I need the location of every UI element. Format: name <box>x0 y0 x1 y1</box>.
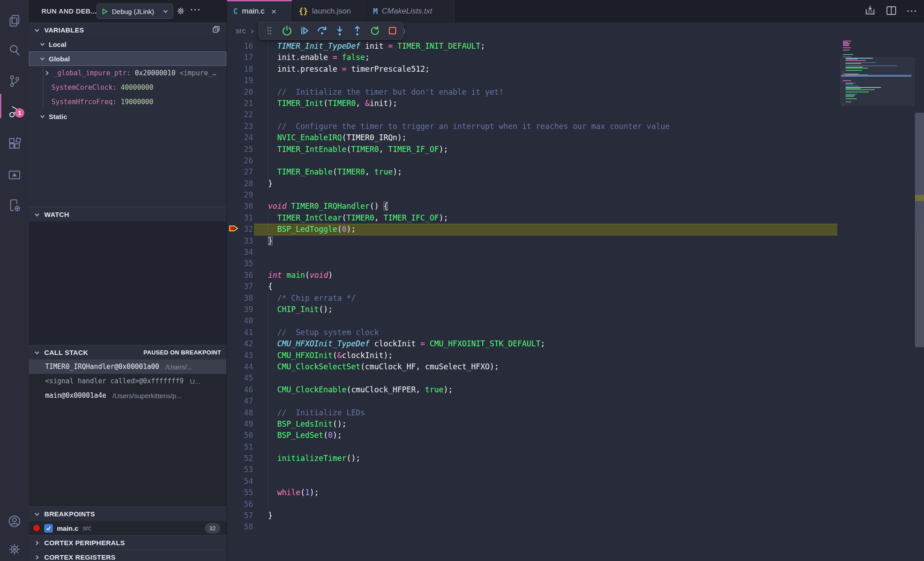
code-line[interactable]: 58 <box>227 521 924 533</box>
line-number[interactable]: 50 <box>227 430 253 441</box>
code-line[interactable]: 40 <box>227 315 924 326</box>
line-number[interactable]: 46 <box>227 384 253 395</box>
line-number[interactable]: 33 <box>227 235 253 247</box>
variable-row[interactable]: _global_impure_ptr: 0x20000010 <impure_… <box>29 66 226 80</box>
chevron-right-icon[interactable] <box>44 70 50 76</box>
line-number[interactable]: 41 <box>227 327 253 338</box>
line-number[interactable]: 55 <box>227 487 253 498</box>
code-line[interactable]: 30void TIMER0_IRQHandler() { <box>227 201 924 212</box>
code-line[interactable]: 27 TIMER_Enable(TIMER0, true); <box>227 166 924 178</box>
line-number[interactable]: 28 <box>227 178 253 189</box>
collapse-all-icon[interactable] <box>212 25 220 35</box>
line-number[interactable]: 35 <box>227 258 253 269</box>
run-debug-icon[interactable] <box>0 99 29 124</box>
code-line[interactable]: 52 initializeTimer(); <box>227 453 924 464</box>
breakpoint-row[interactable]: main.c src 32 <box>29 521 226 535</box>
line-number[interactable]: 27 <box>227 166 253 178</box>
line-number[interactable]: 48 <box>227 407 253 418</box>
power-button[interactable] <box>281 25 293 37</box>
line-number[interactable]: 49 <box>227 418 253 430</box>
search-icon[interactable] <box>0 37 29 63</box>
line-number[interactable]: 31 <box>227 212 253 224</box>
line-number[interactable]: 58 <box>227 521 253 533</box>
line-number[interactable]: 52 <box>227 453 253 464</box>
code-line[interactable]: 47 <box>227 395 924 407</box>
explorer-icon[interactable] <box>0 8 29 33</box>
callstack-frame[interactable]: <signal handler called>@0xfffffff9 U... <box>29 374 226 388</box>
line-number[interactable]: 17 <box>227 52 253 63</box>
flash-download-icon[interactable] <box>864 5 876 18</box>
code-line[interactable]: 39 CHIP_Init(); <box>227 304 924 315</box>
code-line[interactable]: 42 CMU_HFXOInit_TypeDef clockInit = CMU_… <box>227 338 924 349</box>
code-line[interactable]: 41 // Setup system clock <box>227 327 924 338</box>
code-line[interactable]: 35 <box>227 258 924 269</box>
code-line[interactable]: 49 BSP_LedsInit(); <box>227 418 924 430</box>
line-number[interactable]: 20 <box>227 87 253 98</box>
start-debug-icon[interactable] <box>102 8 108 15</box>
code-line[interactable]: 50 BSP_LedSet(0); <box>227 430 924 441</box>
line-number[interactable]: 34 <box>227 247 253 258</box>
line-number[interactable]: 56 <box>227 499 253 510</box>
breakpoint-checkbox[interactable] <box>44 524 53 533</box>
code-line[interactable]: 31 TIMER_IntClear(TIMER0, TIMER_IFC_OF); <box>227 212 924 224</box>
editor-scrollbar[interactable] <box>915 23 924 561</box>
stop-button[interactable] <box>387 25 398 37</box>
line-number[interactable]: 29 <box>227 189 253 201</box>
line-number[interactable]: 21 <box>227 98 253 109</box>
debug-settings-gear-icon[interactable] <box>176 6 185 18</box>
settings-gear-icon[interactable] <box>0 537 29 561</box>
code-line[interactable]: 18 init.prescale = timerPrescale512; <box>227 64 924 75</box>
line-number[interactable]: 38 <box>227 293 253 304</box>
line-number[interactable]: 47 <box>227 395 253 407</box>
scope-row-static[interactable]: Static <box>29 109 226 124</box>
code-line[interactable]: 38 /* Chip errata */ <box>227 293 924 304</box>
code-line[interactable]: 32 BSP_LedToggle(0); <box>227 224 924 235</box>
variable-row[interactable]: SystemCoreClock: 40000000 <box>29 80 226 95</box>
code-line[interactable]: 43 CMU_HFXOInit(&clockInit); <box>227 350 924 361</box>
line-number[interactable]: 26 <box>227 155 253 166</box>
code-line[interactable]: 57} <box>227 510 924 521</box>
line-number[interactable]: 24 <box>227 132 253 143</box>
line-number[interactable]: 19 <box>227 75 253 86</box>
code-line[interactable]: 26 <box>227 155 924 166</box>
line-number[interactable]: 18 <box>227 64 253 75</box>
code-line[interactable]: 36int main(void) <box>227 270 924 281</box>
restart-button[interactable] <box>369 25 381 37</box>
code-line[interactable]: 53 <box>227 464 924 475</box>
toolbar-drag-grip[interactable] <box>263 25 275 37</box>
step-out-button[interactable] <box>351 25 363 37</box>
code-line[interactable]: 46 CMU_ClockEnable(cmuClock_HFPER, true)… <box>227 384 924 395</box>
line-number[interactable]: 40 <box>227 315 253 326</box>
code-editor[interactable]: 16 TIMER_Init_TypeDef init = TIMER_INIT_… <box>227 40 924 561</box>
line-number[interactable]: 36 <box>227 270 253 281</box>
cortex-peripherals-header[interactable]: CORTEX PERIPHERALS <box>29 535 226 550</box>
code-line[interactable]: 55 while(1); <box>227 487 924 498</box>
account-icon[interactable] <box>0 509 29 534</box>
callstack-frame[interactable]: TIMER0_IRQHandler@0x00001a00 /Users/... <box>29 359 226 374</box>
line-number[interactable]: 30 <box>227 201 253 212</box>
line-number[interactable]: 43 <box>227 350 253 361</box>
close-icon[interactable]: × <box>271 7 276 16</box>
variable-row[interactable]: SystemHfrcoFreq: 19000000 <box>29 95 226 109</box>
line-number[interactable]: 44 <box>227 361 253 372</box>
code-line[interactable]: 33} <box>227 235 924 247</box>
callstack-section-header[interactable]: CALL STACK PAUSED ON BREAKPOINT <box>29 345 226 359</box>
tab-launch-json[interactable]: {} launch.json <box>292 0 367 23</box>
line-number[interactable]: 53 <box>227 464 253 475</box>
views-more-actions-icon[interactable]: ··· <box>190 5 201 15</box>
debug-config-dropdown[interactable]: Debug (JLink) <box>97 4 173 19</box>
code-line[interactable]: 23 // Configure the timer to trigger an … <box>227 121 924 132</box>
more-actions-icon[interactable]: ··· <box>907 7 918 16</box>
line-number[interactable]: 25 <box>227 144 253 155</box>
code-line[interactable]: 45 <box>227 372 924 384</box>
minimap[interactable] <box>840 40 915 561</box>
line-number[interactable]: 51 <box>227 441 253 453</box>
code-line[interactable]: 25 TIMER_IntEnable(TIMER0, TIMER_IF_OF); <box>227 144 924 155</box>
code-line[interactable]: 34 <box>227 247 924 258</box>
scope-row-global[interactable]: Global <box>29 51 226 66</box>
file-gear-icon[interactable] <box>0 193 29 218</box>
line-number[interactable]: 22 <box>227 109 253 120</box>
code-line[interactable]: 21 TIMER_Init(TIMER0, &init); <box>227 98 924 109</box>
code-line[interactable]: 37{ <box>227 281 924 292</box>
cortex-registers-header[interactable]: CORTEX REGISTERS <box>29 550 226 561</box>
